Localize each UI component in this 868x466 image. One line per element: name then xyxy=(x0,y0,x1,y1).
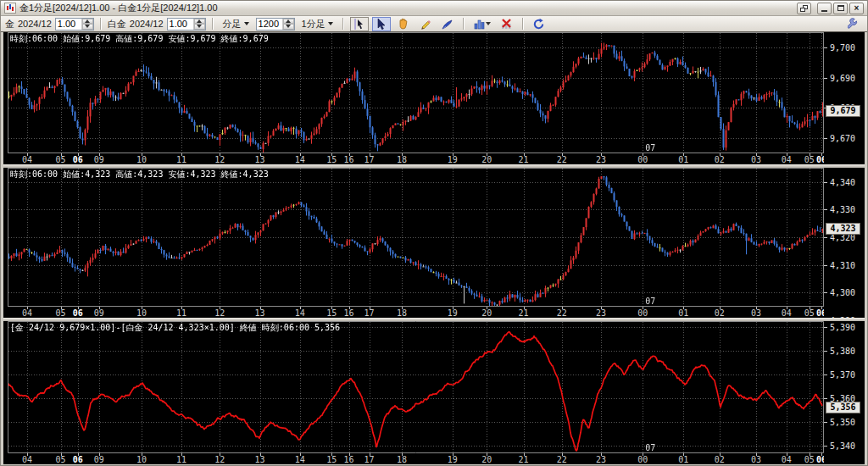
platinum-coeff-down-button[interactable] xyxy=(194,24,205,30)
spread-price-axis: 5,3905,3805,3705,3605,3505,3405,356 xyxy=(824,321,865,464)
time-axis-label: 20 xyxy=(481,455,492,464)
time-axis-label: 17 xyxy=(364,155,375,164)
y-axis-label: 5,350 xyxy=(830,418,855,427)
time-axis-label: 06 xyxy=(816,455,824,464)
time-axis-label: 12 xyxy=(214,455,225,464)
minimize-button[interactable] xyxy=(817,3,832,14)
window-title: 金1分足[2024/12]1.00 - 白金1分足[2024/12]1.00 xyxy=(19,2,793,14)
y-axis-label: 9,700 xyxy=(830,42,855,52)
time-axis-label: 21 xyxy=(519,155,529,164)
arrow-cursor-icon xyxy=(376,18,387,30)
float-window-button[interactable] xyxy=(797,3,811,14)
gold-coefficient-spinner xyxy=(55,18,94,31)
time-axis-label: 04 xyxy=(22,455,32,464)
time-axis-label: 04 xyxy=(22,155,32,164)
y-axis-label: 9,690 xyxy=(830,73,855,82)
current-price-badge: 4,323 xyxy=(826,223,860,235)
crosshair-cursor-tool-button[interactable] xyxy=(350,17,369,31)
chart-style-select[interactable]: 分足 xyxy=(220,16,253,32)
settings-wrench-button[interactable] xyxy=(844,17,863,31)
time-axis-label: 23 xyxy=(596,455,606,464)
time-axis-label: 17 xyxy=(364,455,375,464)
y-axis-label: 5,380 xyxy=(830,347,855,356)
time-axis-label: 22 xyxy=(557,155,567,164)
pencil-draw-tool-button[interactable] xyxy=(416,17,435,31)
time-axis-label: 18 xyxy=(397,308,407,318)
spread-plot-area: [金 24/12 9,679×1.00]-[白金 24/12 4,323×1.0… xyxy=(8,321,824,453)
select-arrow-tool-button[interactable] xyxy=(372,17,391,31)
y-axis-tick xyxy=(824,138,827,139)
gold-coefficient-input[interactable] xyxy=(56,19,81,30)
chart-type-button[interactable] xyxy=(470,17,494,31)
refresh-icon xyxy=(532,18,545,31)
time-axis-label: 16 xyxy=(344,155,354,164)
y-axis-tick xyxy=(824,209,827,210)
time-axis-label: 01 xyxy=(678,455,688,464)
interval-value: 1分足 xyxy=(302,18,326,31)
time-axis-label: 05 xyxy=(56,155,66,164)
time-axis-label: 04 xyxy=(782,308,792,318)
interval-select[interactable]: 1分足 xyxy=(298,16,337,32)
platinum-ohlc-readout: 時刻:06:00 始値:4,323 高値:4,323 安値:4,323 終値:4… xyxy=(10,169,269,180)
chevron-down-icon xyxy=(328,22,333,25)
current-price-badge: 9,679 xyxy=(826,105,860,117)
gold-candlestick-canvas[interactable] xyxy=(8,32,824,153)
y-axis-label: 5,370 xyxy=(830,370,855,380)
window-controls: × xyxy=(797,3,864,14)
platinum-time-axis: 0405060910111213141516171819202122230001… xyxy=(8,307,824,318)
time-axis-label: 13 xyxy=(255,155,265,164)
gold-time-axis: 0405060910111213141516171819202122230001… xyxy=(8,153,824,164)
bar-count-down-button[interactable] xyxy=(283,24,294,30)
platinum-contract-label: 2024/12 xyxy=(130,19,164,29)
platinum-coefficient-arrows xyxy=(193,19,205,30)
y-axis-label: 4,300 xyxy=(830,288,855,297)
toolbar-separator xyxy=(522,18,524,30)
toolbar-separator xyxy=(212,18,214,30)
chart-app-window: 金1分足[2024/12]1.00 - 白金1分足[2024/12]1.00 ×… xyxy=(0,0,868,466)
pen-annotate-tool-button[interactable] xyxy=(438,17,457,31)
time-axis-label: 11 xyxy=(176,308,186,318)
bar-count-input[interactable] xyxy=(257,19,282,30)
time-axis-label: 15 xyxy=(326,155,337,164)
gold-contract-label: 2024/12 xyxy=(18,19,52,29)
time-axis-label: 05 xyxy=(804,155,815,164)
time-axis-label: 03 xyxy=(751,308,761,318)
y-axis-tick xyxy=(824,182,827,183)
time-axis-label: 02 xyxy=(715,455,725,464)
pan-hand-tool-button[interactable] xyxy=(394,17,413,31)
time-axis-label: 04 xyxy=(22,308,32,318)
gold-coeff-down-button[interactable] xyxy=(82,24,93,30)
toolbar-separator xyxy=(100,18,102,30)
maximize-button[interactable] xyxy=(833,3,848,14)
time-axis-label: 23 xyxy=(596,155,606,164)
time-axis-label: 11 xyxy=(176,155,186,164)
platinum-candlestick-canvas[interactable] xyxy=(8,168,824,307)
time-axis-label: 15 xyxy=(326,308,337,318)
delete-indicator-button[interactable] xyxy=(498,17,516,31)
charts-area: 時刻:06:00 始値:9,679 高値:9,679 安値:9,679 終値:9… xyxy=(3,32,865,463)
platinum-price-axis: 4,3404,3304,3204,3104,3004,2904,323 xyxy=(824,168,865,318)
spread-line-canvas[interactable] xyxy=(8,321,824,453)
time-axis-label: 03 xyxy=(751,455,761,464)
gold-plot-area: 時刻:06:00 始値:9,679 高値:9,679 安値:9,679 終値:9… xyxy=(8,32,824,153)
time-axis-label: 06 xyxy=(816,155,824,164)
y-axis-tick xyxy=(824,292,827,293)
y-axis-label: 4,290 xyxy=(830,315,855,318)
refresh-button[interactable] xyxy=(530,17,548,31)
minimize-icon xyxy=(821,10,827,12)
time-axis-label: 15 xyxy=(326,455,337,464)
hand-icon xyxy=(397,18,409,31)
time-axis-label: 06 xyxy=(73,455,83,464)
time-axis-label: 16 xyxy=(344,455,354,464)
candlestick-glyph xyxy=(6,4,14,12)
time-axis-label: 00 xyxy=(637,155,648,164)
time-axis-label: 21 xyxy=(519,308,529,318)
candlestick-chart-icon xyxy=(4,3,16,14)
close-button[interactable]: × xyxy=(849,3,864,14)
date-change-label: 07 xyxy=(645,143,655,153)
time-axis-label: 02 xyxy=(715,308,725,318)
time-axis-label: 19 xyxy=(448,308,458,318)
toolbar-separator xyxy=(342,18,344,30)
platinum-coefficient-input[interactable] xyxy=(168,19,193,30)
gold-chart-panel: 時刻:06:00 始値:9,679 高値:9,679 安値:9,679 終値:9… xyxy=(3,32,865,164)
